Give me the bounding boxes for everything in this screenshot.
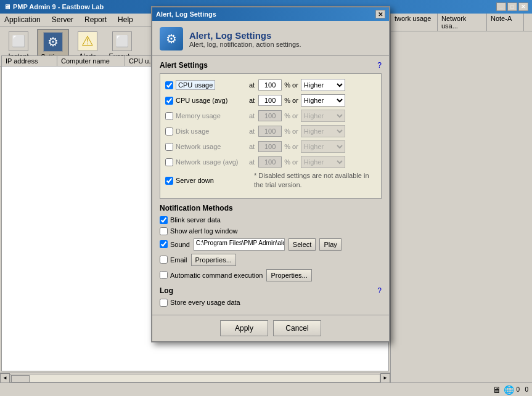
store-text: Store every usage data (170, 299, 240, 306)
network-usage-avg-pct: % or (284, 158, 298, 166)
dialog-close-button[interactable]: ✕ (375, 10, 385, 18)
cpu-usage-at: at (249, 81, 255, 89)
select-button[interactable]: Select (289, 238, 316, 251)
cpu-usage-avg-at: at (249, 97, 255, 104)
network-usage-avg-at: at (249, 158, 255, 166)
store-row: Store every usage data (160, 299, 382, 307)
alert-settings-title: Alert Settings (160, 61, 208, 70)
dialog-body: Alert Settings ? CPU usage at % or Highe… (152, 56, 389, 315)
alert-settings-box: CPU usage at % or Higher Lower CPU usage… (160, 73, 382, 199)
sound-path-field: C:\Program Files\PMP Admin\alert2.w (194, 238, 285, 251)
cpu-usage-checkbox[interactable] (165, 81, 173, 89)
network-usage-avg-text: Network usage (avg) (176, 158, 239, 166)
notification-section: Notification Methods Blink server data S… (160, 204, 382, 281)
auto-properties-button[interactable]: Properties... (266, 269, 311, 281)
show-alert-text: Show alert log window (170, 227, 237, 235)
disabled-note: * Disabled settings are not available in… (254, 171, 369, 190)
memory-usage-at: at (249, 112, 255, 119)
network-usage-avg-checkbox[interactable] (165, 158, 173, 166)
disk-usage-label: Disk usage (165, 127, 245, 135)
dialog-overlay: Alert, Log Settings ✕ ⚙ Alert, Log Setti… (0, 0, 532, 396)
network-usage-avg-value (258, 156, 282, 168)
dialog-title: Alert, Log Settings (156, 10, 216, 18)
sound-row: Sound C:\Program Files\PMP Admin\alert2.… (160, 238, 382, 251)
server-down-label: Server down (165, 177, 245, 185)
blink-label: Blink server data (160, 216, 221, 224)
alert-log-settings-dialog: Alert, Log Settings ✕ ⚙ Alert, Log Setti… (151, 6, 390, 342)
auto-row: Automatic command execution Properties..… (160, 269, 382, 281)
dialog-header: ⚙ Alert, Log Settings Alert, log, notifi… (152, 21, 389, 56)
blink-text: Blink server data (170, 216, 221, 224)
cpu-usage-avg-label: CPU usage (avg) (165, 97, 245, 105)
network-usage-checkbox[interactable] (165, 143, 173, 151)
alert-settings-help[interactable]: ? (377, 61, 382, 70)
log-section: Log ? Store every usage data (160, 286, 382, 307)
dialog-footer: Apply Cancel (152, 315, 389, 341)
disk-usage-at: at (249, 127, 255, 135)
disk-usage-text: Disk usage (176, 127, 209, 135)
server-down-row: Server down * Disabled settings are not … (165, 171, 376, 190)
disk-usage-value (258, 126, 282, 137)
memory-usage-row: Memory usage at % or Higher (165, 110, 376, 122)
email-text: Email (170, 256, 187, 264)
disk-usage-checkbox[interactable] (165, 127, 173, 135)
email-checkbox[interactable] (160, 256, 168, 264)
cpu-usage-pct: % or (284, 81, 298, 89)
cpu-usage-direction[interactable]: Higher Lower (301, 79, 345, 91)
network-usage-at: at (249, 143, 255, 150)
network-usage-direction: Higher (301, 140, 345, 153)
blink-checkbox[interactable] (160, 216, 168, 224)
show-alert-row: Show alert log window (160, 227, 382, 235)
log-help[interactable]: ? (377, 286, 382, 295)
dialog-header-title: Alert, Log Settings (189, 30, 301, 41)
blink-row: Blink server data (160, 216, 382, 224)
email-properties-button[interactable]: Properties... (191, 254, 236, 266)
memory-usage-pct: % or (284, 112, 298, 119)
memory-usage-text: Memory usage (176, 112, 221, 119)
sound-checkbox[interactable] (160, 240, 168, 248)
network-usage-avg-direction: Higher (301, 156, 345, 168)
cpu-usage-avg-pct: % or (284, 97, 298, 104)
cpu-usage-text: CPU usage (176, 80, 215, 90)
cpu-usage-avg-text: CPU usage (avg) (176, 97, 227, 104)
email-row: Email Properties... (160, 254, 382, 266)
auto-checkbox[interactable] (160, 271, 168, 279)
disk-usage-row: Disk usage at % or Higher (165, 125, 376, 137)
memory-usage-value (258, 110, 282, 121)
server-down-checkbox[interactable] (165, 177, 173, 185)
dialog-titlebar: Alert, Log Settings ✕ (152, 7, 389, 21)
dialog-header-subtitle: Alert, log, notification, action setting… (189, 41, 301, 48)
cpu-usage-avg-value[interactable] (258, 95, 282, 106)
memory-usage-checkbox[interactable] (165, 112, 173, 120)
disk-usage-direction: Higher (301, 125, 345, 137)
network-usage-row: Network usage at % or Higher (165, 140, 376, 153)
log-section-header: Log ? (160, 286, 382, 295)
cpu-usage-label: CPU usage (165, 80, 245, 90)
cpu-usage-avg-checkbox[interactable] (165, 97, 173, 105)
auto-text: Automatic command execution (170, 272, 263, 279)
server-down-text: Server down (176, 177, 214, 184)
notification-title: Notification Methods (160, 204, 382, 212)
email-label: Email (160, 256, 187, 264)
play-button[interactable]: Play (319, 238, 341, 251)
alert-settings-header: Alert Settings ? (160, 61, 382, 70)
sound-label: Sound (160, 240, 190, 248)
cpu-usage-value[interactable] (258, 79, 282, 91)
cpu-usage-avg-row: CPU usage (avg) at % or Higher Lower (165, 94, 376, 107)
cpu-usage-row: CPU usage at % or Higher Lower (165, 79, 376, 91)
store-checkbox[interactable] (160, 299, 168, 307)
sound-text: Sound (170, 241, 190, 248)
network-usage-avg-label: Network usage (avg) (165, 158, 245, 166)
network-usage-text: Network usage (176, 143, 221, 150)
apply-button[interactable]: Apply (220, 320, 268, 336)
dialog-header-icon: ⚙ (160, 27, 183, 51)
show-alert-checkbox[interactable] (160, 227, 168, 235)
memory-usage-label: Memory usage (165, 112, 245, 120)
settings-header-icon: ⚙ (166, 31, 177, 46)
cancel-button[interactable]: Cancel (273, 320, 321, 336)
store-label: Store every usage data (160, 299, 240, 307)
dialog-header-text: Alert, Log Settings Alert, log, notifica… (189, 30, 301, 48)
cpu-usage-avg-direction[interactable]: Higher Lower (301, 94, 345, 107)
network-usage-avg-row: Network usage (avg) at % or Higher (165, 156, 376, 168)
memory-usage-direction: Higher (301, 110, 345, 122)
